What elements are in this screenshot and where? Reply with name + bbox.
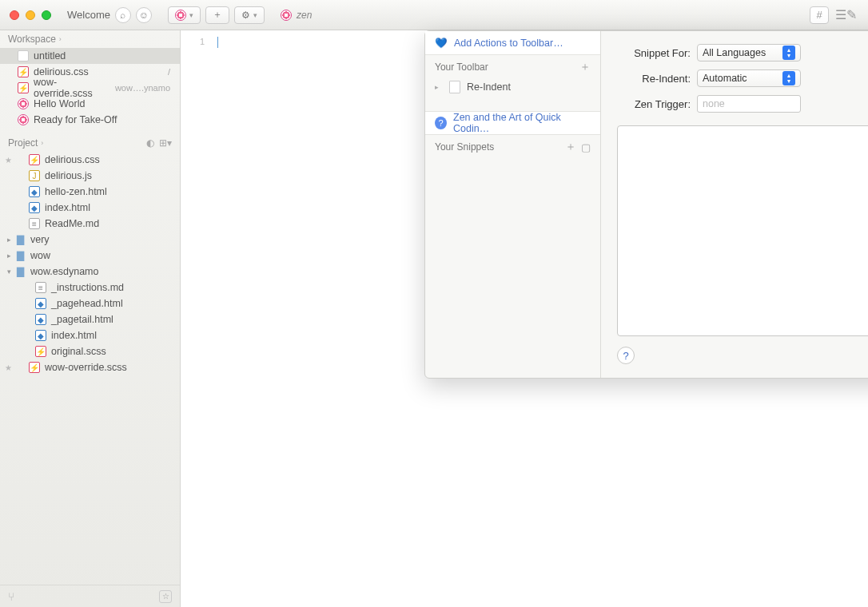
workspace-file-item[interactable]: untitled [0,48,180,64]
close-window-button[interactable] [10,10,19,20]
workspace-file-item[interactable]: Ready for Take-Off [0,112,180,128]
reindent-select[interactable]: Automatic ▴▾ [697,69,801,87]
toolbar-middle: ▾ ＋ ⚙ ▾ zen [168,6,312,24]
snippet-for-select[interactable]: All Languages ▴▾ [697,44,801,61]
folder-outline-icon[interactable]: ▢ [581,141,591,153]
project-file-item[interactable]: ◆_pagehead.html [0,296,180,311]
toolbar-item-row[interactable]: ▸ Re-Indent [425,79,600,95]
select-arrows-icon: ▴▾ [782,46,795,60]
project-file-item[interactable]: ◆index.html [0,200,180,216]
select-arrows-icon: ▴▾ [782,71,795,85]
snippet-popover: 💙 Add Actions to Toolbar… Your Toolbar ＋… [424,30,868,379]
smiley-icon[interactable]: ☺ [136,7,152,23]
md-icon: ≡ [35,282,46,293]
file-tail: wow….ynamo [115,83,173,93]
css-icon: ⚡ [35,346,46,357]
zen-trigger-input[interactable]: none [697,95,801,113]
file-name: delirious.css [45,154,100,165]
html-icon: ◆ [29,186,40,197]
zen-help-link[interactable]: ? Zen and the Art of Quick Codin… [425,111,600,135]
disclosure-icon[interactable]: ▸ [5,252,13,260]
line-gutter: 1 [181,30,213,607]
file-name: delirious.js [45,170,92,181]
add-toolbar-item-button[interactable]: ＋ [579,60,591,74]
filter-icon[interactable]: ◐ [146,137,154,149]
sidebar-footer: ⑂ ☆ [0,585,180,607]
css-icon: ⚡ [18,82,29,93]
disclosure-icon[interactable]: ▸ [5,236,13,244]
file-name: _pagehead.html [51,298,123,309]
workspace-file-item[interactable]: ⚡wow-override.scsswow….ynamo [0,80,180,96]
window-tab-title[interactable]: Welcome [67,9,110,21]
project-file-item[interactable]: ≡_instructions.md [0,280,180,296]
add-snippet-button[interactable]: ＋ [565,140,576,154]
html-icon: ◆ [29,202,40,213]
zoom-window-button[interactable] [42,10,51,20]
project-file-item[interactable]: ◆hello-zen.html [0,184,180,200]
folder-name: very [30,234,50,245]
gear-dropdown-button[interactable]: ⚙ ▾ [234,6,265,24]
css-icon: ⚡ [29,154,40,165]
disclosure-icon: ▸ [435,83,443,91]
your-toolbar-label: Your Toolbar [435,61,488,73]
compass-icon [175,10,186,21]
zen-trigger-placeholder: none [703,98,725,109]
toolbar-right: # ☰✎ [810,6,868,24]
compass-icon [281,10,292,21]
your-toolbar-section: Your Toolbar ＋ [425,55,600,79]
file-name: index.html [51,330,97,341]
star-outline-icon[interactable]: ☆ [159,590,172,603]
heart-icon: 💙 [435,37,448,50]
project-file-item[interactable]: ★⚡delirious.css [0,152,180,168]
hash-button[interactable]: # [810,6,829,24]
project-folder-item[interactable]: ▾▇wow.esdynamo [0,264,180,280]
your-snippets-section: Your Snippets ＋ ▢ [425,135,600,159]
workspace-label: Workspace [8,34,56,45]
settings-sliders-icon[interactable]: ☰✎ [835,7,857,22]
project-file-item[interactable]: ◆_pagetail.html [0,311,180,327]
branch-icon[interactable]: ⑂ [8,590,14,603]
traffic-lights [0,10,51,20]
folder-name: wow [30,250,50,261]
html-icon: ◆ [35,330,46,341]
project-folder-item[interactable]: ▸▇wow [0,248,180,264]
html-icon: ◆ [35,298,46,309]
doc-icon [18,50,29,61]
md-icon: ≡ [29,218,40,229]
nav-dropdown-button[interactable]: ▾ [168,6,201,24]
grid-dropdown-icon[interactable]: ⊞▾ [159,137,172,149]
disclosure-icon[interactable]: ▾ [5,268,13,276]
project-file-item[interactable]: ◆index.html [0,327,180,343]
toolbar-search[interactable]: zen [281,10,312,21]
search-icon[interactable]: ⌕ [115,7,131,23]
toolbar-item-label: Re-Indent [467,81,511,93]
file-name: _instructions.md [51,282,124,293]
file-tail: / [168,67,173,77]
minimize-window-button[interactable] [26,10,35,20]
safari-icon [18,98,29,109]
workspace-section-header[interactable]: Workspace › [0,30,180,48]
add-tab-button[interactable]: ＋ [205,6,229,24]
file-name: _pagetail.html [51,314,113,325]
snippet-textarea[interactable] [617,125,868,336]
text-cursor [217,37,218,48]
project-file-item[interactable]: ⚡original.scss [0,343,180,359]
add-actions-link[interactable]: 💙 Add Actions to Toolbar… [425,31,600,55]
project-folder-item[interactable]: ▸▇very [0,232,180,248]
reindent-label: Re-Indent: [617,73,691,85]
titlebar: Welcome ⌕ ☺ ▾ ＋ ⚙ ▾ zen # ☰✎ [0,0,868,30]
project-file-item[interactable]: Jdelirious.js [0,168,180,184]
file-name: wow-override.scss [34,77,110,99]
project-file-item[interactable]: ★⚡wow-override.scss [0,359,180,375]
file-name: untitled [34,50,66,61]
project-file-item[interactable]: ≡ReadMe.md [0,216,180,232]
line-number: 1 [200,37,205,46]
file-name: Hello World [34,98,85,109]
file-name: original.scss [51,346,106,357]
reindent-value: Automatic [703,73,747,84]
editor-area[interactable]: 1 💙 Add Actions to Toolbar… Your Toolbar… [181,30,868,607]
project-section-header[interactable]: Project › ◐ ⊞▾ [0,134,180,152]
snippet-for-label: Snippet For: [617,47,691,59]
help-button[interactable]: ? [617,347,635,364]
file-name: ReadMe.md [45,218,99,229]
